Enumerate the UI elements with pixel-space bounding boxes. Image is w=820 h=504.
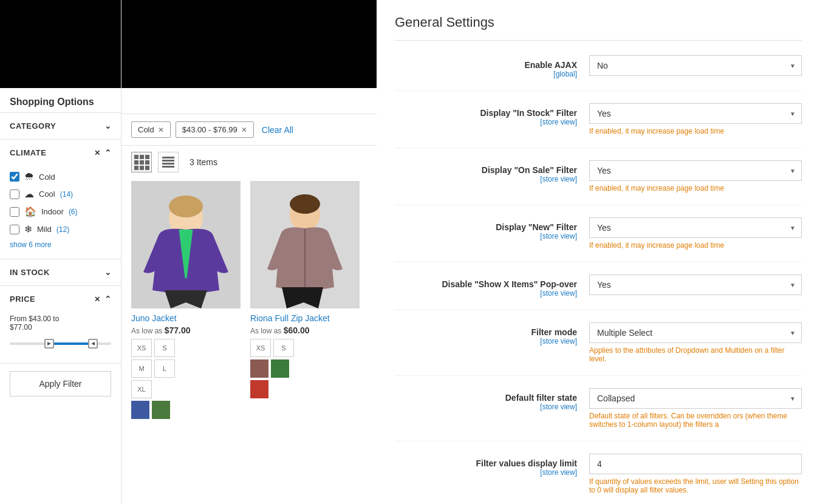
- climate-item-mild[interactable]: ❄ Mild (12): [10, 220, 111, 238]
- price-header[interactable]: PRICE ✕ ⌃: [0, 286, 121, 312]
- label-filter-mode-sub: [store view]: [395, 337, 577, 346]
- climate-mild-checkbox[interactable]: [10, 225, 19, 234]
- riona-size-xs[interactable]: XS: [250, 339, 271, 357]
- climate-icons: ✕ ⌃: [94, 148, 111, 157]
- category-icons: ⌄: [104, 121, 112, 131]
- left-arrow-icon: ▶: [47, 341, 51, 346]
- apply-filter-button[interactable]: Apply Filter: [10, 371, 111, 397]
- filter-tag-price[interactable]: $43.00 - $76.99 ✕: [176, 121, 254, 138]
- hint-new: If enabled, it may increase page load ti…: [589, 241, 802, 250]
- label-ajax-sub: [global]: [395, 70, 577, 78]
- select-new[interactable]: YesNo: [589, 217, 802, 238]
- label-on-sale: Display "On Sale" Filter [store view]: [395, 160, 589, 183]
- hint-filter-mode: Applies to the attributes of Dropdown an…: [589, 346, 802, 363]
- product-card-juno: Juno Jacket As low as $77.00 XS S M L XL: [131, 181, 241, 421]
- price-range-text: From $43.00 to$77.00: [10, 315, 111, 332]
- select-filter-mode[interactable]: Multiple SelectSingle Select: [589, 322, 802, 343]
- label-filter-mode-main: Filter mode: [395, 327, 577, 337]
- filter-tag-cold[interactable]: Cold ✕: [131, 121, 171, 138]
- content-black-header: [121, 0, 377, 88]
- climate-indoor-checkbox[interactable]: [10, 207, 19, 217]
- control-on-sale: YesNo If enabled, it may increase page l…: [589, 160, 802, 192]
- climate-header[interactable]: CLIMATE ✕ ⌃: [0, 140, 121, 166]
- slider-handle-left[interactable]: ▶: [44, 339, 54, 349]
- size-m[interactable]: M: [131, 359, 152, 378]
- label-in-stock-sub: [store view]: [395, 118, 577, 126]
- climate-cool-checkbox[interactable]: [10, 189, 19, 199]
- settings-row-default-state: Default filter state [store view] Collap…: [395, 388, 802, 441]
- chevron-down-icon: ⌄: [104, 121, 112, 131]
- select-in-stock[interactable]: YesNo: [589, 103, 802, 124]
- clear-all-button[interactable]: Clear All: [259, 122, 296, 138]
- category-label: CATEGORY: [10, 121, 56, 131]
- control-display-limit: If quantity of values exceeds the limit,…: [589, 454, 802, 494]
- climate-cool-label: Cool: [39, 189, 55, 199]
- cool-weather-icon: ☁: [24, 188, 34, 200]
- climate-label: CLIMATE: [10, 148, 46, 157]
- size-xs[interactable]: XS: [131, 339, 152, 357]
- price-label: PRICE: [10, 295, 35, 304]
- product-price-riona: As low as $60.00: [250, 325, 360, 335]
- riona-color-mauve[interactable]: [250, 359, 268, 378]
- filter-tag-cold-label: Cold: [138, 125, 154, 134]
- climate-mild-count: (12): [56, 225, 69, 234]
- product-name-juno[interactable]: Juno Jacket: [131, 313, 241, 323]
- climate-item-cold[interactable]: 🌨 Cold: [10, 168, 111, 185]
- remove-price-filter-icon[interactable]: ✕: [241, 126, 247, 134]
- grid-view-icon: [134, 155, 149, 170]
- color-blue[interactable]: [131, 401, 149, 419]
- cold-weather-icon: 🌨: [24, 171, 34, 182]
- label-in-stock-main: Display "In Stock" Filter: [395, 108, 577, 118]
- product-image-juno: [131, 181, 241, 308]
- price-slider[interactable]: ▶ ◀: [10, 338, 111, 350]
- category-header[interactable]: CATEGORY ⌄: [0, 113, 121, 139]
- climate-indoor-label: Indoor: [41, 207, 64, 216]
- shopping-options-title: Shopping Options: [0, 88, 121, 113]
- hint-on-sale: If enabled, it may increase page load ti…: [589, 184, 802, 192]
- climate-item-cool[interactable]: ☁ Cool (14): [10, 185, 111, 203]
- size-xl[interactable]: XL: [131, 380, 152, 398]
- clear-climate-icon[interactable]: ✕: [94, 149, 101, 157]
- show-more-climate[interactable]: show 6 more: [10, 238, 111, 251]
- size-s[interactable]: S: [154, 339, 175, 357]
- product-price-juno: As low as $77.00: [131, 325, 241, 335]
- list-view-button[interactable]: [158, 152, 179, 172]
- slider-handle-right[interactable]: ◀: [88, 339, 98, 349]
- input-display-limit[interactable]: [589, 454, 802, 474]
- select-default-state[interactable]: CollapsedExpanded: [589, 388, 802, 409]
- price-section: PRICE ✕ ⌃ From $43.00 to$77.00 ▶ ◀: [0, 286, 121, 364]
- select-show-x[interactable]: YesNo: [589, 274, 802, 295]
- size-l[interactable]: L: [154, 359, 175, 378]
- remove-cold-filter-icon[interactable]: ✕: [158, 126, 164, 134]
- in-stock-header[interactable]: IN STOCK ⌄: [0, 259, 121, 285]
- select-on-sale[interactable]: YesNo: [589, 160, 802, 181]
- select-ajax[interactable]: NoYes: [589, 55, 802, 76]
- product-colors-juno: [131, 401, 241, 419]
- svg-point-2: [169, 196, 203, 217]
- product-name-riona[interactable]: Riona Full Zip Jacket: [250, 313, 360, 323]
- mild-icon: ❄: [24, 223, 32, 235]
- settings-row-show-x: Disable "Show X Items" Pop-over [store v…: [395, 274, 802, 310]
- label-show-x-main: Disable "Show X Items" Pop-over: [395, 279, 577, 289]
- climate-item-indoor[interactable]: 🏠 Indoor (6): [10, 203, 111, 220]
- control-in-stock: YesNo If enabled, it may increase page l…: [589, 103, 802, 135]
- label-new-sub: [store view]: [395, 232, 577, 240]
- hint-display-limit: If quantity of values exceeds the limit,…: [589, 477, 802, 494]
- product-sizes-juno-2: M L: [131, 359, 241, 378]
- select-wrapper-show-x: YesNo: [589, 274, 802, 295]
- riona-color-red[interactable]: [250, 380, 268, 398]
- riona-color-green[interactable]: [271, 359, 289, 378]
- settings-title: General Settings: [395, 15, 802, 41]
- color-green[interactable]: [152, 401, 170, 419]
- label-on-sale-main: Display "On Sale" Filter: [395, 165, 577, 175]
- list-view-icon: [162, 157, 174, 168]
- grid-view-button[interactable]: [131, 152, 152, 172]
- chevron-up-icon: ⌃: [104, 148, 112, 157]
- settings-row-filter-mode: Filter mode [store view] Multiple Select…: [395, 322, 802, 376]
- riona-size-s[interactable]: S: [273, 339, 294, 357]
- climate-cool-count: (14): [60, 190, 73, 199]
- right-panel: General Settings Enable AJAX [global] No…: [377, 0, 820, 504]
- climate-filter-body: 🌨 Cold ☁ Cool (14) 🏠 Indoor (6): [0, 166, 121, 259]
- clear-price-icon[interactable]: ✕: [94, 295, 101, 304]
- climate-cold-checkbox[interactable]: [10, 172, 19, 182]
